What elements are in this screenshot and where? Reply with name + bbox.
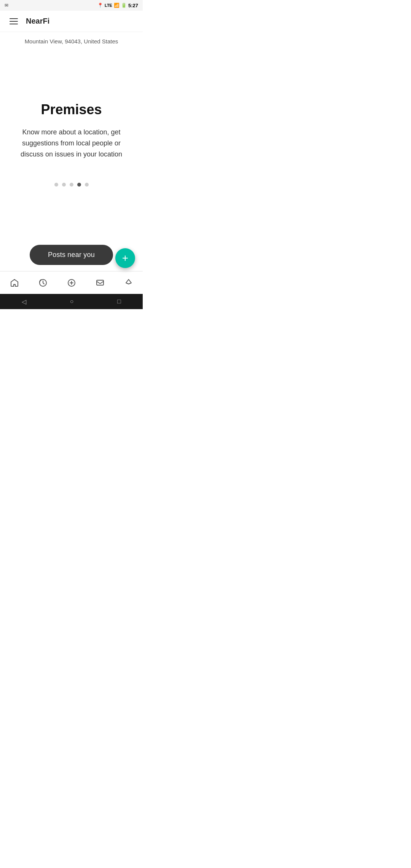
menu-button[interactable] [6, 14, 21, 29]
main-content: Premises Know more about a location, get… [0, 51, 143, 237]
android-back-button[interactable]: ◁ [22, 298, 26, 305]
cta-section: Posts near you + [0, 237, 143, 271]
menu-icon [10, 18, 18, 19]
dot-2 [70, 183, 73, 187]
location-bar: Mountain View, 94043, United States [0, 32, 143, 51]
signal-icon: 📶 [114, 3, 119, 8]
mail-icon: ✉ [5, 3, 8, 8]
bottom-navigation [0, 271, 143, 294]
onboarding-description: Know more about a location, get suggesti… [14, 127, 129, 160]
svg-rect-2 [97, 280, 104, 285]
menu-icon-bot [10, 24, 18, 24]
android-nav-bar: ◁ ○ □ [0, 294, 143, 309]
posts-near-you-button[interactable]: Posts near you [30, 245, 113, 265]
dot-3 [77, 183, 81, 187]
messages-icon [96, 278, 105, 287]
fab-add-button[interactable]: + [115, 248, 135, 268]
app-bar: NearFi [0, 11, 143, 32]
dots-indicator [54, 183, 89, 187]
dot-1 [62, 183, 66, 187]
history-icon [38, 278, 48, 287]
dot-0 [54, 183, 58, 187]
onboarding-title: Premises [41, 102, 102, 118]
location-status-icon: 📍 [97, 3, 103, 8]
battery-icon: 🔋 [121, 3, 127, 8]
status-right: 📍 LTE 📶 🔋 5:27 [97, 3, 138, 8]
nav-item-nearby[interactable] [119, 274, 138, 292]
plus-icon: + [122, 253, 128, 263]
android-home-button[interactable]: ○ [70, 298, 74, 305]
app-title: NearFi [26, 17, 49, 26]
android-recent-button[interactable]: □ [117, 298, 121, 305]
home-icon [10, 278, 19, 287]
lte-label: LTE [105, 3, 112, 8]
nav-item-add-location[interactable] [62, 274, 81, 292]
dot-4 [85, 183, 89, 187]
status-left: ✉ [5, 3, 8, 8]
location-text: Mountain View, 94043, United States [25, 38, 118, 45]
nav-item-history[interactable] [34, 274, 52, 292]
time-display: 5:27 [128, 3, 138, 8]
status-bar: ✉ 📍 LTE 📶 🔋 5:27 [0, 0, 143, 11]
nav-item-home[interactable] [5, 274, 24, 292]
nav-item-messages[interactable] [91, 274, 109, 292]
menu-icon-mid [10, 21, 18, 22]
add-location-icon [67, 278, 76, 287]
nearby-icon [124, 278, 133, 287]
